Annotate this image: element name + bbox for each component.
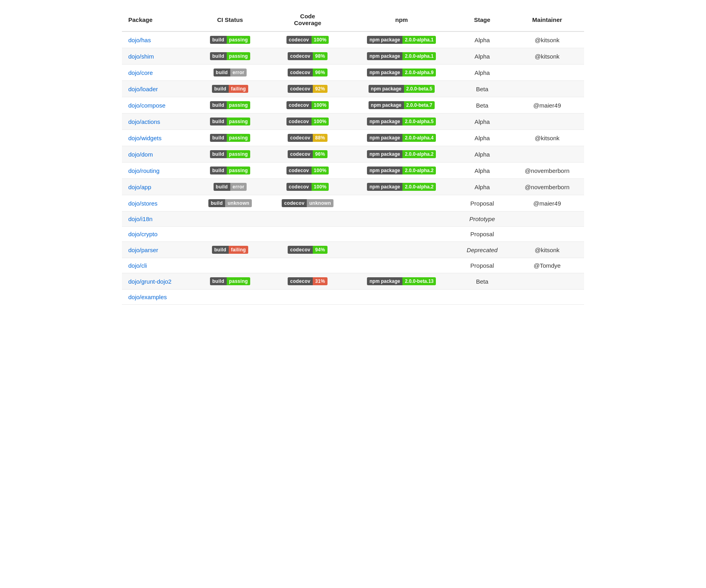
coverage-badge[interactable]: codecovunknown	[282, 199, 333, 207]
coverage-badge[interactable]: codecov96%	[288, 69, 328, 76]
coverage-badge-right: 96%	[313, 69, 328, 76]
package-cell: dojo/app	[122, 179, 194, 195]
package-link[interactable]: dojo/core	[128, 69, 153, 76]
npm-badge[interactable]: npm package2.0.0-beta.13	[367, 277, 436, 285]
stage-value: Alpha	[454, 130, 510, 146]
coverage-badge[interactable]: codecov100%	[286, 183, 329, 191]
ci-badge[interactable]: buildunknown	[208, 199, 252, 207]
ci-badge[interactable]: builderror	[214, 183, 247, 191]
table-row: dojo/shimbuildpassingcodecov98%npm packa…	[122, 48, 584, 65]
ci-badge[interactable]: buildfailing	[212, 85, 249, 93]
ci-badge-right: passing	[227, 118, 250, 125]
npm-badge[interactable]: npm package2.0.0-alpha.1	[367, 52, 436, 60]
package-link[interactable]: dojo/compose	[128, 102, 165, 109]
coverage-badge[interactable]: codecov100%	[286, 36, 329, 44]
stage-cell: Deprecated	[454, 242, 510, 258]
npm-badge[interactable]: npm package2.0.0-beta.7	[369, 101, 435, 109]
package-link[interactable]: dojo/widgets	[128, 135, 161, 141]
ci-badge[interactable]: buildfailing	[212, 246, 249, 254]
ci-badge-left: build	[214, 183, 230, 191]
npm-badge[interactable]: npm package2.0.0-alpha.5	[367, 118, 436, 125]
package-cell: dojo/i18n	[122, 212, 194, 227]
ci-badge[interactable]: buildpassing	[210, 52, 251, 60]
stage-value: Alpha	[454, 114, 510, 130]
coverage-badge-right: 100%	[312, 36, 329, 44]
ci-badge[interactable]: buildpassing	[210, 118, 251, 125]
ci-badge-right: unknown	[225, 199, 252, 207]
col-ci: CI Status	[194, 8, 266, 31]
package-link[interactable]: dojo/grunt-dojo2	[128, 278, 171, 285]
npm-badge[interactable]: npm package2.0.0-alpha.1	[367, 36, 436, 44]
package-link[interactable]: dojo/cli	[128, 262, 147, 269]
coverage-badge-left: codecov	[286, 101, 312, 109]
ci-status-cell	[194, 258, 266, 273]
coverage-badge-right: 94%	[313, 246, 328, 254]
coverage-badge[interactable]: codecov94%	[288, 246, 328, 254]
npm-badge[interactable]: npm package2.0.0-beta.5	[369, 85, 435, 93]
package-link[interactable]: dojo/app	[128, 184, 151, 190]
package-link[interactable]: dojo/stores	[128, 200, 157, 207]
npm-badge-version: 2.0.0-beta.5	[404, 85, 435, 93]
npm-badge-version: 2.0.0-alpha.1	[402, 36, 436, 44]
coverage-badge[interactable]: codecov92%	[288, 85, 328, 93]
coverage-badge[interactable]: codecov98%	[288, 52, 328, 60]
ci-badge-left: build	[212, 246, 229, 254]
ci-badge[interactable]: buildpassing	[210, 36, 251, 44]
npm-badge[interactable]: npm package2.0.0-alpha.2	[367, 167, 436, 174]
ci-badge[interactable]: buildpassing	[210, 150, 251, 158]
ci-badge-right: passing	[227, 36, 250, 44]
package-cell: dojo/examples	[122, 290, 194, 305]
ci-badge-left: build	[210, 134, 227, 142]
ci-badge[interactable]: buildpassing	[210, 134, 251, 142]
coverage-badge-right: 100%	[312, 183, 329, 191]
ci-status-cell: buildpassing	[194, 146, 266, 163]
coverage-badge-left: codecov	[288, 69, 313, 76]
coverage-badge[interactable]: codecov100%	[286, 167, 329, 174]
package-cell: dojo/core	[122, 65, 194, 81]
coverage-cell	[266, 212, 349, 227]
package-link[interactable]: dojo/crypto	[128, 231, 157, 237]
coverage-badge[interactable]: codecov88%	[288, 134, 328, 142]
package-cell: dojo/widgets	[122, 130, 194, 146]
package-link[interactable]: dojo/routing	[128, 167, 159, 174]
coverage-cell	[266, 290, 349, 305]
npm-cell: npm package2.0.0-alpha.5	[349, 114, 454, 130]
package-cell: dojo/shim	[122, 48, 194, 65]
ci-badge[interactable]: builderror	[214, 69, 247, 76]
npm-cell: npm package2.0.0-beta.7	[349, 97, 454, 114]
coverage-badge[interactable]: codecov100%	[286, 118, 329, 125]
npm-badge[interactable]: npm package2.0.0-alpha.9	[367, 69, 436, 76]
package-link[interactable]: dojo/actions	[128, 118, 160, 125]
npm-cell	[349, 258, 454, 273]
package-link[interactable]: dojo/dom	[128, 151, 153, 158]
npm-badge[interactable]: npm package2.0.0-alpha.2	[367, 150, 436, 158]
package-link[interactable]: dojo/loader	[128, 86, 158, 92]
ci-badge[interactable]: buildpassing	[210, 277, 251, 285]
npm-badge[interactable]: npm package2.0.0-alpha.4	[367, 134, 436, 142]
package-link[interactable]: dojo/parser	[128, 247, 158, 253]
package-link[interactable]: dojo/shim	[128, 53, 154, 60]
ci-status-cell: buildfailing	[194, 81, 266, 97]
coverage-cell: codecov100%	[266, 163, 349, 179]
ci-status-cell: buildpassing	[194, 31, 266, 48]
ci-badge-right: passing	[227, 167, 250, 174]
table-row: dojo/dombuildpassingcodecov96%npm packag…	[122, 146, 584, 163]
ci-badge-right: passing	[227, 52, 250, 60]
ci-badge-right: failing	[229, 246, 248, 254]
npm-badge-version: 2.0.0-beta.13	[402, 277, 436, 285]
package-link[interactable]: dojo/i18n	[128, 216, 153, 222]
maintainer-cell: @maier49	[510, 97, 584, 114]
table-body: dojo/hasbuildpassingcodecov100%npm packa…	[122, 31, 584, 305]
coverage-badge[interactable]: codecov31%	[288, 277, 328, 285]
package-link[interactable]: dojo/has	[128, 37, 151, 43]
coverage-cell: codecov100%	[266, 97, 349, 114]
package-link[interactable]: dojo/examples	[128, 294, 167, 300]
table-row: dojo/i18nPrototype	[122, 212, 584, 227]
ci-badge[interactable]: buildpassing	[210, 101, 251, 109]
coverage-badge[interactable]: codecov96%	[288, 150, 328, 158]
coverage-badge[interactable]: codecov100%	[286, 101, 329, 109]
npm-cell	[349, 242, 454, 258]
npm-badge[interactable]: npm package2.0.0-alpha.2	[367, 183, 436, 191]
stage-value: Proposal	[454, 258, 510, 273]
ci-badge[interactable]: buildpassing	[210, 167, 251, 174]
